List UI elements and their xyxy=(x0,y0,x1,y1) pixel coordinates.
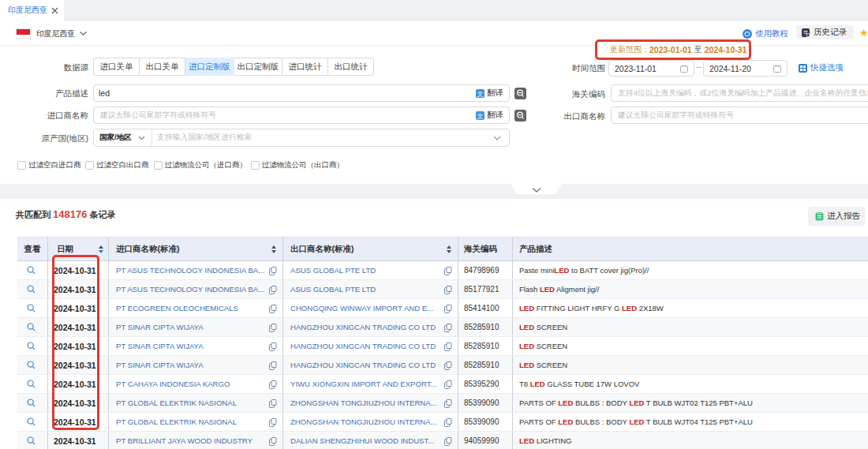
svg-text:文: 文 xyxy=(477,90,484,97)
svg-text:文: 文 xyxy=(477,112,484,119)
